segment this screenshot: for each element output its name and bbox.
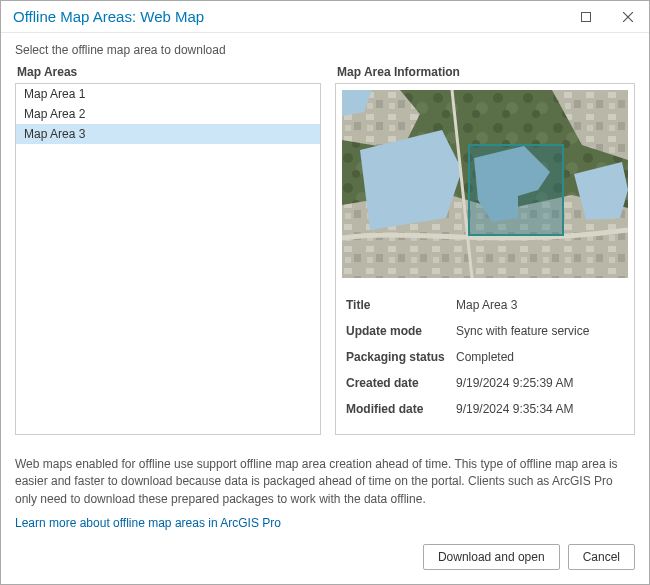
- info-row-update-mode: Update mode Sync with feature service: [346, 318, 624, 344]
- window-title: Offline Map Areas: Web Map: [13, 8, 565, 25]
- map-extent-overlay: [468, 144, 564, 236]
- info-row-created-date: Created date 9/19/2024 9:25:39 AM: [346, 370, 624, 396]
- map-areas-header: Map Areas: [15, 65, 321, 79]
- map-preview-image: [342, 90, 628, 278]
- download-and-open-button[interactable]: Download and open: [423, 544, 560, 570]
- info-label: Modified date: [346, 402, 456, 416]
- info-value: 9/19/2024 9:35:34 AM: [456, 402, 624, 416]
- map-area-info-panel: Title Map Area 3 Update mode Sync with f…: [335, 83, 635, 435]
- info-table: Title Map Area 3 Update mode Sync with f…: [342, 292, 628, 422]
- close-button[interactable]: [607, 1, 649, 33]
- info-label: Title: [346, 298, 456, 312]
- main-row: Map Areas Map Area 1 Map Area 2 Map Area…: [15, 65, 635, 435]
- map-area-info-header: Map Area Information: [335, 65, 635, 79]
- maximize-button[interactable]: [565, 1, 607, 33]
- dialog-content: Select the offline map area to download …: [1, 33, 649, 440]
- svg-rect-0: [582, 12, 591, 21]
- help-link[interactable]: Learn more about offline map areas in Ar…: [1, 516, 649, 540]
- cancel-button[interactable]: Cancel: [568, 544, 635, 570]
- info-label: Update mode: [346, 324, 456, 338]
- map-area-info-column: Map Area Information: [335, 65, 635, 435]
- map-areas-column: Map Areas Map Area 1 Map Area 2 Map Area…: [15, 65, 321, 435]
- offline-map-areas-dialog: Offline Map Areas: Web Map Select the of…: [0, 0, 650, 585]
- button-row: Download and open Cancel: [1, 540, 649, 584]
- titlebar: Offline Map Areas: Web Map: [1, 1, 649, 33]
- info-row-title: Title Map Area 3: [346, 292, 624, 318]
- info-label: Created date: [346, 376, 456, 390]
- info-value: Completed: [456, 350, 624, 364]
- list-item[interactable]: Map Area 1: [16, 84, 320, 104]
- map-areas-list[interactable]: Map Area 1 Map Area 2 Map Area 3: [15, 83, 321, 435]
- info-value: 9/19/2024 9:25:39 AM: [456, 376, 624, 390]
- list-item[interactable]: Map Area 3: [16, 124, 320, 144]
- instruction-text: Select the offline map area to download: [15, 43, 635, 57]
- info-row-packaging-status: Packaging status Completed: [346, 344, 624, 370]
- info-value: Map Area 3: [456, 298, 624, 312]
- description-text: Web maps enabled for offline use support…: [1, 440, 649, 516]
- info-label: Packaging status: [346, 350, 456, 364]
- info-value: Sync with feature service: [456, 324, 624, 338]
- info-row-modified-date: Modified date 9/19/2024 9:35:34 AM: [346, 396, 624, 422]
- list-item[interactable]: Map Area 2: [16, 104, 320, 124]
